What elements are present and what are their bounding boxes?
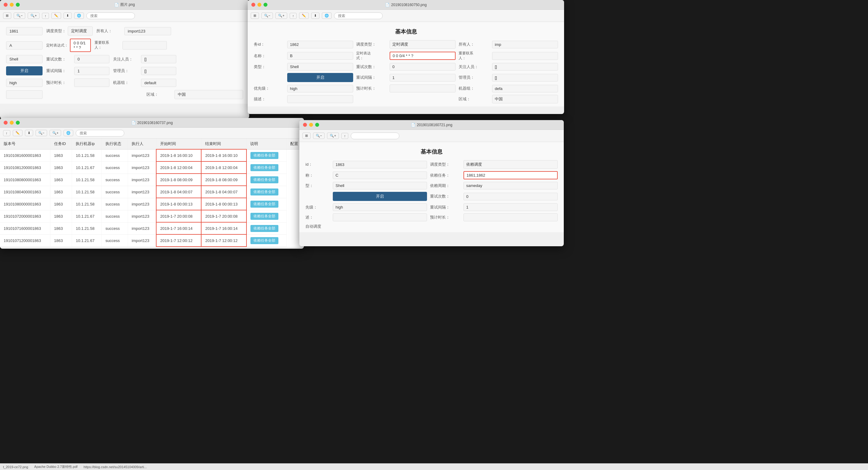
est-duration-label-4: 预计时长： xyxy=(430,215,460,220)
maximize-btn-2[interactable] xyxy=(264,3,268,7)
maximize-btn-4[interactable] xyxy=(315,123,319,127)
minimize-btn-4[interactable] xyxy=(309,123,313,127)
retry-interval-label-1: 重试间隔： xyxy=(46,68,70,74)
task-id-val-4: 1863 xyxy=(333,161,427,169)
section-title-2: 基本信息 xyxy=(254,25,558,35)
minimize-btn-1[interactable] xyxy=(10,3,14,7)
toolbar-zoom-in-2[interactable]: 🔍+ xyxy=(275,12,287,19)
titlebar-4: 📄 20190108160721.png xyxy=(299,120,564,130)
machine-group-label-2: 机器组： xyxy=(459,86,489,91)
table-cell: 19101080400001863 xyxy=(0,186,50,198)
toolbar-pencil-3[interactable]: ✏️ xyxy=(13,130,23,136)
table-cell: 10.1.21.58 xyxy=(72,222,102,234)
est-duration-val-4 xyxy=(463,213,558,221)
toolbar-download[interactable]: ⬇ xyxy=(64,12,72,19)
table-header-row: 版本号 任务ID 执行机器ip 执行状态 执行人 开始时间 结束时间 说明 配置 xyxy=(0,139,304,149)
note-cell: 依赖任务全部 xyxy=(246,198,287,210)
toolbar-zoom-in-4[interactable]: 🔍+ xyxy=(327,133,339,139)
toolbar-search-4[interactable] xyxy=(351,133,399,139)
toolbar-layout-btn-4[interactable]: ⊞ xyxy=(302,133,311,139)
note-btn[interactable]: 依赖任务全部 xyxy=(250,225,278,232)
doc-icon-2: 📄 xyxy=(385,3,390,7)
desc-val-1 xyxy=(6,90,42,99)
note-btn[interactable]: 依赖任务全部 xyxy=(250,237,278,244)
admin-val-2: [] xyxy=(492,74,558,82)
note-btn[interactable]: 依赖任务全部 xyxy=(250,176,278,183)
toolbar-download-3[interactable]: ⬇ xyxy=(25,130,33,136)
retry-interval-label-4: 重试间隔： xyxy=(430,205,460,210)
retry-val-1: 0 xyxy=(74,55,110,63)
toolbar-zoom-out-2[interactable]: 🔍− xyxy=(261,12,273,19)
table-cell: 1863 xyxy=(50,161,72,174)
toolbar-layout-btn-2[interactable]: ⊞ xyxy=(251,12,259,19)
desc-label-4: 述： xyxy=(305,215,330,220)
toolbar-globe-3[interactable]: 🌐 xyxy=(64,130,73,136)
schedule-btn-1[interactable]: 开启 xyxy=(6,66,42,76)
col-start-time: 开始时间 xyxy=(156,139,201,149)
est-duration-val-2 xyxy=(390,85,456,92)
note-btn[interactable]: 依赖任务全部 xyxy=(250,164,278,171)
minimize-btn-3[interactable] xyxy=(10,121,14,125)
toolbar-layout-btn[interactable]: ⊞ xyxy=(3,12,11,19)
table-cell: 1863 xyxy=(50,222,72,234)
toolbar-share-2[interactable]: ↑ xyxy=(290,13,297,19)
close-btn-1[interactable] xyxy=(4,3,8,7)
toolbar-zoom-in-3[interactable]: 🔍+ xyxy=(50,130,61,136)
key-contact-val-1 xyxy=(122,41,167,50)
window-controls-2 xyxy=(251,3,268,7)
col-note: 说明 xyxy=(246,139,287,149)
table-cell: 1863 xyxy=(50,174,72,186)
close-btn-4[interactable] xyxy=(303,123,307,127)
retry-val-2: 0 xyxy=(390,63,456,70)
region-val-1: 中国 xyxy=(175,90,243,99)
close-btn-3[interactable] xyxy=(4,121,8,125)
bottom-file-1: t_2019-ce72.png xyxy=(3,465,28,469)
retry-label-2: 重试次数： xyxy=(356,64,386,69)
col-machine-ip: 执行机器ip xyxy=(72,139,102,149)
maximize-btn-1[interactable] xyxy=(16,3,20,7)
toolbar-pencil-2[interactable]: ✏️ xyxy=(299,12,309,19)
table-cell: import123 xyxy=(128,210,156,222)
table-cell: 19101081200001863 xyxy=(0,161,50,174)
close-btn-2[interactable] xyxy=(251,3,255,7)
table-cell: 2019-1-7 12:00:12 xyxy=(201,234,246,246)
doc-icon-1: 📄 xyxy=(114,3,119,7)
table-row: 19101071600001863186310.1.21.58successim… xyxy=(0,222,304,234)
schedule-btn-2[interactable]: 开启 xyxy=(287,73,353,82)
toolbar-zoom-in[interactable]: 🔍+ xyxy=(28,12,39,19)
note-btn[interactable]: 依赖任务全部 xyxy=(250,213,278,220)
toolbar-search-1[interactable] xyxy=(86,12,135,19)
schedule-type-label: 调度类型： xyxy=(46,28,66,34)
col-status: 执行状态 xyxy=(102,139,128,149)
toolbar-search-2[interactable] xyxy=(334,12,383,19)
minimize-btn-2[interactable] xyxy=(257,3,261,7)
note-btn[interactable]: 依赖任务全部 xyxy=(250,152,278,159)
toolbar-pencil[interactable]: ✏️ xyxy=(51,12,61,19)
toolbar-search-3[interactable] xyxy=(76,130,124,137)
win1-content: 1861 调度类型： 定时调度 所有人： import123 A 定时表达式： … xyxy=(0,22,249,104)
toolbar-globe-2[interactable]: 🌐 xyxy=(322,12,332,19)
toolbar-share[interactable]: ↑ xyxy=(42,13,49,19)
note-btn[interactable]: 依赖任务全部 xyxy=(250,188,278,196)
table-cell: 2019-1-7 20:00:08 xyxy=(156,210,201,222)
toolbar-share-3[interactable]: ↑ xyxy=(3,130,10,136)
toolbar-share-4[interactable]: ↑ xyxy=(341,133,349,139)
doc-icon-3: 📄 xyxy=(131,121,136,125)
table-cell: 2019-1-8 00:00:13 xyxy=(201,198,246,210)
retry-val-4: 0 xyxy=(463,193,558,200)
window-title-2: 📄 20190108160750.png xyxy=(385,3,427,7)
table-cell: 19101080800001863 xyxy=(0,174,50,186)
toolbar-zoom-out-4[interactable]: 🔍− xyxy=(313,133,324,139)
admin-label-1: 管理员： xyxy=(113,68,137,74)
toolbar-zoom-out-3[interactable]: 🔍− xyxy=(36,130,47,136)
note-btn[interactable]: 依赖任务全部 xyxy=(250,201,278,208)
toolbar-download-2[interactable]: ⬇ xyxy=(311,12,319,19)
window-1: 📄 图片.png ⊞ 🔍− 🔍+ ↑ ✏️ ⬇ 🌐 1861 调度类型： 定时调… xyxy=(0,0,249,119)
maximize-btn-3[interactable] xyxy=(16,121,20,125)
region-label-1: 区域： xyxy=(147,92,171,97)
task-id-label-2: 务id： xyxy=(254,42,284,47)
toolbar-globe[interactable]: 🌐 xyxy=(74,12,84,19)
table-row: 19101081200001863186310.1.21.67successim… xyxy=(0,161,304,174)
toolbar-zoom-out[interactable]: 🔍− xyxy=(14,12,25,19)
schedule-btn-4[interactable]: 开启 xyxy=(333,192,427,201)
